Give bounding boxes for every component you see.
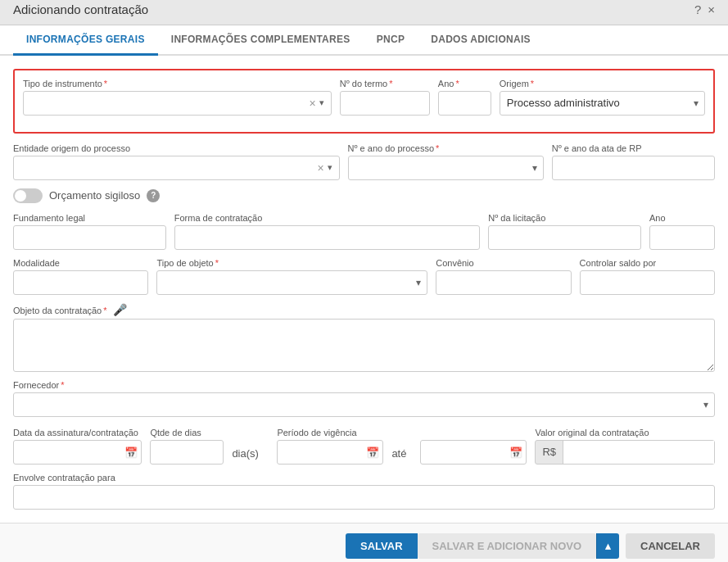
convenio-group: Convênio bbox=[436, 258, 571, 295]
envolve-contratacao-label: Envolve contratação para bbox=[13, 473, 715, 483]
numero-ano-ata-group: Nº e ano da ata de RP bbox=[552, 143, 715, 180]
ano-input[interactable]: 2023 bbox=[438, 91, 491, 116]
save-add-group: SALVAR E ADICIONAR NOVO ▴ bbox=[418, 533, 620, 559]
origem-group: Origem* Processo administrativo bbox=[500, 79, 705, 116]
envolve-contratacao-input[interactable] bbox=[13, 485, 715, 510]
tipo-instrumento-arrow[interactable]: ▾ bbox=[319, 97, 324, 108]
controlar-saldo-input[interactable] bbox=[580, 270, 715, 295]
controlar-saldo-label: Controlar saldo por bbox=[580, 258, 715, 268]
modalidade-group: Modalidade bbox=[13, 258, 148, 295]
close-icon[interactable]: × bbox=[708, 2, 715, 16]
tipo-objeto-wrapper bbox=[156, 270, 427, 295]
tab-informacoes-complementares[interactable]: INFORMAÇÕES COMPLEMENTARES bbox=[158, 25, 364, 56]
save-add-button[interactable]: SALVAR E ADICIONAR NOVO bbox=[418, 533, 597, 559]
fornecedor-label: Fornecedor* bbox=[13, 380, 715, 390]
modalidade-input[interactable] bbox=[13, 270, 148, 295]
fornecedor-select[interactable] bbox=[13, 392, 715, 417]
instrument-section: Tipo de instrumento* Contrato (termo ini… bbox=[13, 69, 715, 134]
fundamento-row: Fundamento legal Forma de contratação Nº… bbox=[13, 213, 715, 250]
entidade-origem-clear[interactable]: × bbox=[317, 161, 323, 174]
origem-select[interactable]: Processo administrativo bbox=[500, 91, 705, 116]
tab-dados-adicionais[interactable]: DADOS ADICIONAIS bbox=[418, 25, 544, 56]
envolve-contratacao-group: Envolve contratação para bbox=[13, 473, 715, 510]
data-assinatura-input[interactable] bbox=[13, 440, 142, 465]
numero-ano-processo-select[interactable] bbox=[348, 156, 544, 180]
qtde-dias-input[interactable] bbox=[150, 440, 224, 465]
save-button[interactable]: SALVAR bbox=[346, 533, 418, 559]
vigencia-ate-wrapper: 📅 bbox=[420, 425, 527, 465]
tipo-instrumento-select-wrapper[interactable]: Contrato (termo inicial) (Lei 14.133/21)… bbox=[23, 91, 332, 116]
numero-ano-ata-label: Nº e ano da ata de RP bbox=[552, 143, 715, 153]
tipo-instrumento-input[interactable]: Contrato (termo inicial) (Lei 14.133/21) bbox=[30, 97, 310, 109]
origem-select-wrapper: Processo administrativo bbox=[500, 91, 705, 116]
objeto-textarea[interactable] bbox=[13, 319, 715, 372]
modalidade-row: Modalidade Tipo de objeto* Convênio bbox=[13, 258, 715, 295]
periodo-vigencia-wrapper: 📅 bbox=[277, 440, 383, 465]
modal-header-icons: ? × bbox=[694, 2, 715, 16]
tipo-objeto-group: Tipo de objeto* bbox=[156, 258, 427, 295]
entidade-origem-select-wrapper[interactable]: BETHA SISTEMAS - ESTRATÉGIA DE PRODUTOS … bbox=[13, 156, 340, 180]
tab-pncp[interactable]: PNCP bbox=[364, 25, 418, 56]
tipo-instrumento-label: Tipo de instrumento* bbox=[23, 79, 332, 88]
valor-original-label: Valor original da contratação bbox=[535, 428, 715, 437]
qtde-dias-group: Qtde de dias bbox=[150, 428, 224, 465]
calendar-icon-vigencia[interactable]: 📅 bbox=[366, 446, 379, 458]
tipo-instrumento-clear[interactable]: × bbox=[310, 97, 316, 110]
numero-ano-processo-wrapper bbox=[348, 156, 544, 180]
modal-header: Adicionando contratação ? × bbox=[0, 0, 728, 25]
modalidade-label: Modalidade bbox=[13, 258, 148, 268]
calendar-icon-assinatura[interactable]: 📅 bbox=[124, 446, 138, 458]
modal-title: Adicionando contratação bbox=[13, 2, 148, 16]
valor-original-input[interactable] bbox=[563, 441, 714, 464]
tabs-bar: INFORMAÇÕES GERAIS INFORMAÇÕES COMPLEMEN… bbox=[0, 25, 728, 56]
numero-termo-label: Nº do termo* bbox=[340, 79, 430, 88]
fundamento-legal-input[interactable] bbox=[13, 225, 166, 250]
vigencia-ate-group: 📅 bbox=[420, 425, 527, 465]
mic-icon[interactable]: 🎤 bbox=[113, 303, 127, 316]
orcamento-sigiloso-label: Orçamento sigiloso bbox=[49, 189, 140, 202]
controlar-saldo-group: Controlar saldo por bbox=[580, 258, 715, 295]
convenio-label: Convênio bbox=[436, 258, 571, 268]
entidade-origem-input[interactable]: BETHA SISTEMAS - ESTRATÉGIA DE PRODUTOS bbox=[20, 161, 317, 174]
tipo-instrumento-group: Tipo de instrumento* Contrato (termo ini… bbox=[23, 79, 332, 116]
valor-original-wrapper: R$ bbox=[535, 440, 715, 465]
fundamento-legal-group: Fundamento legal bbox=[13, 213, 166, 250]
ano-label: Ano* bbox=[438, 79, 491, 88]
entidade-origem-arrow[interactable]: ▾ bbox=[328, 162, 332, 173]
rs-prefix-label: R$ bbox=[536, 441, 563, 464]
entidade-row: Entidade origem do processo BETHA SISTEM… bbox=[13, 143, 715, 180]
forma-contratacao-input[interactable] bbox=[174, 225, 481, 250]
numero-licitacao-group: Nº da licitação bbox=[488, 213, 641, 250]
ano-licitacao-input[interactable] bbox=[649, 225, 715, 250]
objeto-group: Objeto da contratação* 🎤 bbox=[13, 303, 715, 372]
forma-contratacao-label: Forma de contratação bbox=[174, 213, 481, 223]
orcamento-sigiloso-row: Orçamento sigiloso ? bbox=[13, 188, 715, 203]
numero-ano-processo-group: Nº e ano do processo* bbox=[348, 143, 544, 180]
numero-ano-ata-input[interactable] bbox=[552, 156, 715, 180]
calendar-icon-ate[interactable]: 📅 bbox=[509, 446, 522, 458]
cancel-button[interactable]: CANCELAR bbox=[626, 533, 715, 559]
data-assinatura-wrapper: 📅 bbox=[13, 440, 142, 465]
orcamento-sigiloso-toggle[interactable] bbox=[13, 188, 43, 203]
modal-container: Adicionando contratação ? × INFORMAÇÕES … bbox=[0, 0, 728, 562]
numero-termo-input[interactable]: 707086 bbox=[340, 91, 430, 116]
convenio-input[interactable] bbox=[436, 270, 571, 295]
origem-label: Origem* bbox=[500, 79, 705, 88]
forma-contratacao-group: Forma de contratação bbox=[174, 213, 481, 250]
ano-licitacao-label: Ano bbox=[649, 213, 715, 223]
save-add-arrow-button[interactable]: ▴ bbox=[596, 533, 619, 559]
tab-informacoes-gerais[interactable]: INFORMAÇÕES GERAIS bbox=[13, 25, 158, 56]
modal-footer: SALVAR SALVAR E ADICIONAR NOVO ▴ CANCELA… bbox=[0, 523, 728, 563]
data-assinatura-label: Data da assinatura/contratação bbox=[13, 428, 142, 437]
valor-original-group: Valor original da contratação R$ bbox=[535, 428, 715, 465]
fundamento-legal-label: Fundamento legal bbox=[13, 213, 166, 223]
tipo-objeto-select[interactable] bbox=[156, 270, 427, 295]
orcamento-help-icon[interactable]: ? bbox=[147, 189, 160, 202]
numero-ano-processo-label: Nº e ano do processo* bbox=[348, 143, 544, 153]
data-assinatura-group: Data da assinatura/contratação 📅 bbox=[13, 428, 142, 465]
numero-licitacao-input[interactable] bbox=[488, 225, 641, 250]
help-icon[interactable]: ? bbox=[694, 2, 701, 16]
tipo-objeto-label: Tipo de objeto* bbox=[156, 258, 427, 268]
entidade-origem-label: Entidade origem do processo bbox=[13, 143, 340, 153]
fornecedor-select-wrapper bbox=[13, 392, 715, 417]
